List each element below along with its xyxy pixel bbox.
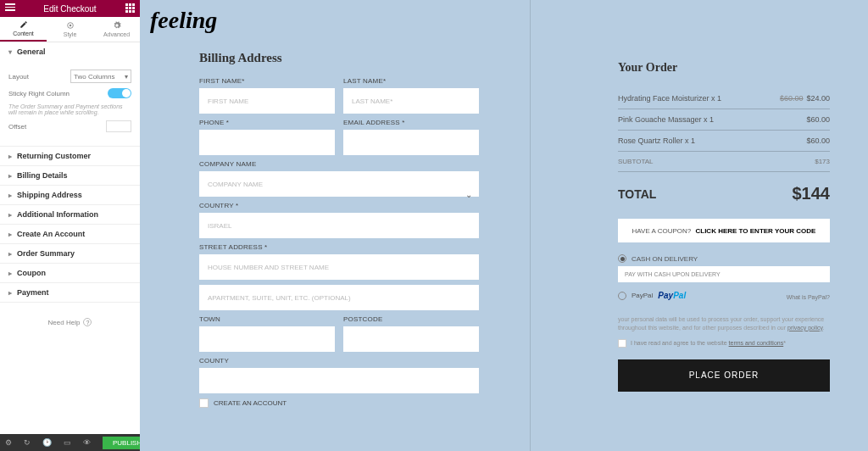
section-returning-customer[interactable]: ▸Returning Customer <box>0 147 140 165</box>
panel-tabs: Content Style Advanced <box>0 17 140 42</box>
radio-on-icon <box>618 254 626 263</box>
section-payment[interactable]: ▸Payment <box>0 283 140 302</box>
layout-label: Layout <box>8 73 29 81</box>
order-line: Hydrating Face Moisturizer x 1 $60.00$24… <box>618 88 830 109</box>
layout-select[interactable]: Two Columns ▾ <box>70 70 131 83</box>
coupon-toggle[interactable]: HAVE A COUPON? CLICK HERE TO ENTER YOUR … <box>618 219 830 242</box>
radio-off-icon <box>618 292 626 300</box>
street-label: STREET ADDRESS * <box>199 243 479 251</box>
section-billing-details[interactable]: ▸Billing Details <box>0 166 140 185</box>
settings-icon[interactable]: ⚙ <box>5 438 12 447</box>
panel-header: Edit Checkout <box>0 0 140 17</box>
revisions-icon[interactable]: ↻ <box>24 438 31 447</box>
order-total: TOTAL $144 <box>618 172 830 219</box>
style-icon <box>66 21 75 30</box>
order-heading: Your Order <box>618 61 830 75</box>
chevron-right-icon: ▸ <box>8 289 12 297</box>
section-shipping-address[interactable]: ▸Shipping Address <box>0 186 140 204</box>
panel-footer: ⚙ ↻ 🕑 ▭ 👁 PUBLISH ▴ <box>0 434 140 451</box>
what-is-paypal-link[interactable]: What is PayPal? <box>787 294 830 300</box>
last-name-label: LAST NAME* <box>343 77 479 85</box>
sticky-label: Sticky Right Column <box>8 90 70 97</box>
panel-body: ▾ General Layout Two Columns ▾ Sticky Ri… <box>0 42 140 451</box>
sticky-note: The Order Summary and Payment sections w… <box>8 103 131 115</box>
chevron-down-icon: ▾ <box>8 48 12 56</box>
order-line: Pink Gouache Massager x 1 $60.00 <box>618 109 830 131</box>
billing-heading: Billing Address <box>199 51 479 65</box>
last-name-input[interactable]: LAST NAME* <box>343 88 479 114</box>
section-coupon[interactable]: ▸Coupon <box>0 264 140 282</box>
town-label: TOWN <box>199 315 335 323</box>
site-logo: feeling <box>150 7 217 34</box>
chevron-right-icon: ▸ <box>8 172 12 180</box>
billing-form: Billing Address FIRST NAME* FIRST NAME L… <box>199 51 479 408</box>
postcode-input[interactable] <box>343 326 479 352</box>
order-line: Rose Quartz Roller x 1 $60.00 <box>618 131 830 152</box>
preview-canvas: feeling Billing Address FIRST NAME* FIRS… <box>140 0 868 451</box>
country-label: COUNTRY * <box>199 202 479 209</box>
panel-title: Edit Checkout <box>43 4 96 14</box>
editor-panel: Edit Checkout Content Style Advanced ▾ G… <box>0 0 140 451</box>
phone-label: PHONE * <box>199 119 335 126</box>
order-subtotal: SUBTOTAL $173 <box>618 152 830 172</box>
company-label: COMPANY NAME <box>199 160 479 168</box>
preview-icon[interactable]: 👁 <box>83 438 91 447</box>
street-input-2[interactable]: APARTMENT, SUITE, UNIT, ETC. (OPTIONAL) <box>199 285 479 310</box>
chevron-down-icon: ▾ <box>125 73 128 81</box>
postcode-label: POSTCODE <box>343 315 479 323</box>
responsive-icon[interactable]: ▭ <box>64 438 71 447</box>
help-icon: ? <box>83 318 92 326</box>
chevron-right-icon: ▸ <box>8 153 12 160</box>
column-divider <box>530 0 531 451</box>
chevron-down-icon[interactable]: ⌄ <box>465 190 472 199</box>
town-input[interactable] <box>199 326 335 352</box>
country-select[interactable]: ISRAEL <box>199 213 479 238</box>
first-name-input[interactable]: FIRST NAME <box>199 88 335 114</box>
email-input[interactable] <box>343 130 479 155</box>
tab-content[interactable]: Content <box>0 17 47 42</box>
tab-style[interactable]: Style <box>47 17 93 42</box>
county-input[interactable] <box>199 368 479 393</box>
menu-icon[interactable] <box>5 3 15 11</box>
apps-icon[interactable] <box>125 3 135 13</box>
checkbox-icon <box>618 339 626 348</box>
offset-label: Offset <box>8 123 26 131</box>
privacy-text: your personal data will be used to proce… <box>618 315 830 332</box>
need-help[interactable]: Need Help ? <box>0 303 140 342</box>
payment-paypal[interactable]: PayPal PayPal <box>618 291 686 300</box>
email-label: EMAIL ADDRESS * <box>343 119 479 126</box>
pencil-icon <box>19 20 28 29</box>
tab-advanced[interactable]: Advanced <box>93 17 140 42</box>
sticky-toggle[interactable] <box>108 88 131 98</box>
section-general[interactable]: ▾ General <box>0 42 140 61</box>
county-label: COUNTY <box>199 357 479 365</box>
gear-icon <box>113 21 121 30</box>
chevron-right-icon: ▸ <box>8 250 12 258</box>
checkbox-icon <box>199 398 209 408</box>
terms-link[interactable]: terms and conditions <box>729 340 784 346</box>
payment-cod[interactable]: CASH ON DELIVERY <box>618 254 830 263</box>
chevron-right-icon: ▸ <box>8 211 12 219</box>
first-name-label: FIRST NAME* <box>199 77 335 85</box>
privacy-policy-link[interactable]: privacy policy <box>787 325 823 331</box>
section-additional-information[interactable]: ▸Additional Information <box>0 205 140 224</box>
order-summary: Your Order Hydrating Face Moisturizer x … <box>618 61 830 392</box>
paypal-logo-icon: PayPal <box>658 291 686 300</box>
chevron-right-icon: ▸ <box>8 270 12 277</box>
terms-checkbox[interactable]: I have read and agree to the website ter… <box>618 339 830 348</box>
place-order-button[interactable]: PLACE ORDER <box>618 359 830 392</box>
create-account-checkbox[interactable]: CREATE AN ACCOUNT <box>199 398 479 408</box>
svg-point-1 <box>69 25 71 27</box>
section-create-account[interactable]: ▸Create An Account <box>0 225 140 243</box>
section-order-summary[interactable]: ▸Order Summary <box>0 244 140 263</box>
chevron-right-icon: ▸ <box>8 231 12 238</box>
chevron-right-icon: ▸ <box>8 192 12 199</box>
history-icon[interactable]: 🕑 <box>42 438 52 447</box>
cod-note: PAY WITH CASH UPON DELIVERY <box>618 266 830 282</box>
offset-input[interactable] <box>106 120 131 132</box>
street-input-1[interactable]: HOUSE NUMBER AND STREET NAME <box>199 254 479 280</box>
company-input[interactable]: COMPANY NAME <box>199 171 479 197</box>
phone-input[interactable] <box>199 130 335 155</box>
